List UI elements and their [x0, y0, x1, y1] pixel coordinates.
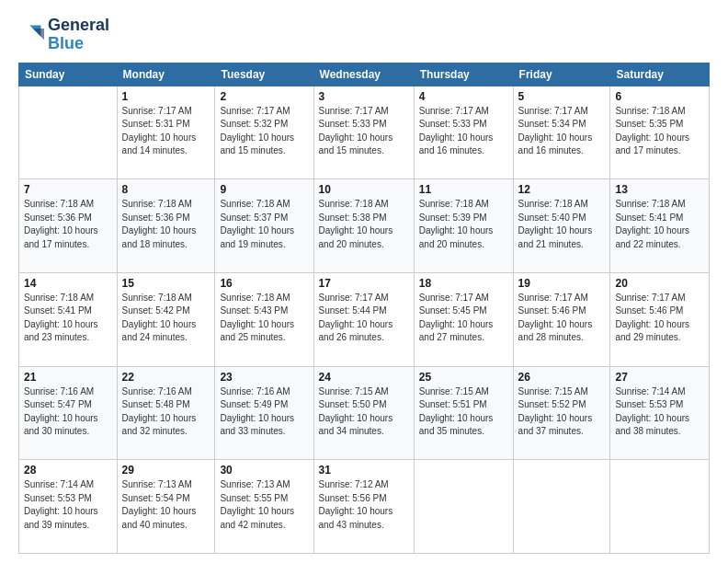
day-number: 21 — [24, 371, 112, 384]
day-number: 6 — [615, 90, 704, 103]
day-info: Sunrise: 7:17 AMSunset: 5:34 PMDaylight:… — [518, 105, 606, 158]
day-number: 18 — [419, 277, 508, 290]
calendar-cell: 18Sunrise: 7:17 AMSunset: 5:45 PMDayligh… — [414, 272, 513, 366]
day-info: Sunrise: 7:17 AMSunset: 5:32 PMDaylight:… — [220, 105, 308, 158]
day-info: Sunrise: 7:17 AMSunset: 5:44 PMDaylight:… — [319, 292, 409, 345]
calendar-cell: 9Sunrise: 7:18 AMSunset: 5:37 PMDaylight… — [215, 179, 313, 273]
day-info: Sunrise: 7:18 AMSunset: 5:43 PMDaylight:… — [220, 292, 308, 345]
calendar-cell: 20Sunrise: 7:17 AMSunset: 5:46 PMDayligh… — [610, 272, 710, 366]
day-info: Sunrise: 7:17 AMSunset: 5:31 PMDaylight:… — [122, 105, 210, 158]
day-number: 26 — [518, 371, 606, 384]
calendar-cell: 1Sunrise: 7:17 AMSunset: 5:31 PMDaylight… — [117, 86, 215, 179]
header-row: SundayMondayTuesdayWednesdayThursdayFrid… — [19, 63, 710, 86]
day-info: Sunrise: 7:15 AMSunset: 5:51 PMDaylight:… — [419, 385, 508, 439]
day-header-tuesday: Tuesday — [215, 63, 313, 86]
logo: General Blue — [18, 17, 109, 53]
day-info: Sunrise: 7:18 AMSunset: 5:40 PMDaylight:… — [518, 198, 606, 251]
day-info: Sunrise: 7:18 AMSunset: 5:42 PMDaylight:… — [122, 292, 210, 345]
calendar-cell: 2Sunrise: 7:17 AMSunset: 5:32 PMDaylight… — [215, 86, 313, 179]
day-number: 30 — [220, 464, 308, 477]
calendar-cell: 30Sunrise: 7:13 AMSunset: 5:55 PMDayligh… — [215, 460, 313, 554]
day-info: Sunrise: 7:13 AMSunset: 5:55 PMDaylight:… — [220, 478, 308, 532]
page: General Blue SundayMondayTuesdayWednesda… — [0, 0, 728, 563]
calendar-cell: 25Sunrise: 7:15 AMSunset: 5:51 PMDayligh… — [414, 366, 513, 460]
day-info: Sunrise: 7:15 AMSunset: 5:50 PMDaylight:… — [319, 385, 409, 439]
day-info: Sunrise: 7:14 AMSunset: 5:53 PMDaylight:… — [615, 385, 704, 439]
day-info: Sunrise: 7:16 AMSunset: 5:48 PMDaylight:… — [122, 385, 210, 439]
day-number: 9 — [220, 183, 308, 196]
day-number: 17 — [319, 277, 409, 290]
day-header-wednesday: Wednesday — [313, 63, 414, 86]
calendar-cell: 24Sunrise: 7:15 AMSunset: 5:50 PMDayligh… — [313, 366, 414, 460]
calendar-cell — [414, 460, 513, 554]
day-info: Sunrise: 7:15 AMSunset: 5:52 PMDaylight:… — [518, 385, 606, 439]
week-row-3: 21Sunrise: 7:16 AMSunset: 5:47 PMDayligh… — [19, 366, 710, 460]
day-info: Sunrise: 7:17 AMSunset: 5:46 PMDaylight:… — [518, 292, 606, 345]
calendar-cell: 19Sunrise: 7:17 AMSunset: 5:46 PMDayligh… — [513, 272, 610, 366]
day-number: 16 — [220, 277, 308, 290]
calendar-cell — [19, 86, 118, 179]
calendar-cell: 13Sunrise: 7:18 AMSunset: 5:41 PMDayligh… — [610, 179, 710, 273]
calendar-cell — [610, 460, 710, 554]
calendar-cell: 8Sunrise: 7:18 AMSunset: 5:36 PMDaylight… — [117, 179, 215, 273]
day-info: Sunrise: 7:13 AMSunset: 5:54 PMDaylight:… — [122, 478, 210, 532]
day-header-thursday: Thursday — [414, 63, 513, 86]
day-info: Sunrise: 7:16 AMSunset: 5:47 PMDaylight:… — [24, 385, 112, 439]
calendar-cell: 12Sunrise: 7:18 AMSunset: 5:40 PMDayligh… — [513, 179, 610, 273]
day-number: 14 — [24, 277, 112, 290]
calendar-cell: 14Sunrise: 7:18 AMSunset: 5:41 PMDayligh… — [19, 272, 118, 366]
day-number: 28 — [24, 464, 112, 477]
calendar-table: SundayMondayTuesdayWednesdayThursdayFrid… — [18, 63, 710, 554]
day-number: 1 — [122, 90, 210, 103]
day-info: Sunrise: 7:18 AMSunset: 5:38 PMDaylight:… — [319, 198, 409, 251]
day-info: Sunrise: 7:18 AMSunset: 5:37 PMDaylight:… — [220, 198, 308, 251]
day-number: 27 — [615, 371, 704, 384]
week-row-1: 7Sunrise: 7:18 AMSunset: 5:36 PMDaylight… — [19, 179, 710, 273]
day-info: Sunrise: 7:16 AMSunset: 5:49 PMDaylight:… — [220, 385, 308, 439]
day-number: 5 — [518, 90, 606, 103]
calendar-cell: 17Sunrise: 7:17 AMSunset: 5:44 PMDayligh… — [313, 272, 414, 366]
logo-icon — [18, 22, 44, 48]
week-row-0: 1Sunrise: 7:17 AMSunset: 5:31 PMDaylight… — [19, 86, 710, 179]
day-info: Sunrise: 7:18 AMSunset: 5:41 PMDaylight:… — [615, 198, 704, 251]
day-header-saturday: Saturday — [610, 63, 710, 86]
day-number: 31 — [319, 464, 409, 477]
day-number: 20 — [615, 277, 704, 290]
calendar-cell: 29Sunrise: 7:13 AMSunset: 5:54 PMDayligh… — [117, 460, 215, 554]
day-info: Sunrise: 7:17 AMSunset: 5:45 PMDaylight:… — [419, 292, 508, 345]
day-info: Sunrise: 7:17 AMSunset: 5:33 PMDaylight:… — [419, 105, 508, 158]
day-number: 24 — [319, 371, 409, 384]
calendar-cell: 27Sunrise: 7:14 AMSunset: 5:53 PMDayligh… — [610, 366, 710, 460]
calendar-cell: 21Sunrise: 7:16 AMSunset: 5:47 PMDayligh… — [19, 366, 118, 460]
day-number: 23 — [220, 371, 308, 384]
header: General Blue — [18, 17, 710, 53]
calendar-cell: 16Sunrise: 7:18 AMSunset: 5:43 PMDayligh… — [215, 272, 313, 366]
day-number: 3 — [319, 90, 409, 103]
day-info: Sunrise: 7:18 AMSunset: 5:36 PMDaylight:… — [122, 198, 210, 251]
week-row-2: 14Sunrise: 7:18 AMSunset: 5:41 PMDayligh… — [19, 272, 710, 366]
calendar-cell: 15Sunrise: 7:18 AMSunset: 5:42 PMDayligh… — [117, 272, 215, 366]
day-number: 11 — [419, 183, 508, 196]
day-number: 8 — [122, 183, 210, 196]
logo-text: General Blue — [48, 17, 109, 53]
calendar-cell: 23Sunrise: 7:16 AMSunset: 5:49 PMDayligh… — [215, 366, 313, 460]
week-row-4: 28Sunrise: 7:14 AMSunset: 5:53 PMDayligh… — [19, 460, 710, 554]
day-number: 19 — [518, 277, 606, 290]
calendar-cell: 7Sunrise: 7:18 AMSunset: 5:36 PMDaylight… — [19, 179, 118, 273]
day-number: 29 — [122, 464, 210, 477]
calendar-cell: 11Sunrise: 7:18 AMSunset: 5:39 PMDayligh… — [414, 179, 513, 273]
day-number: 22 — [122, 371, 210, 384]
calendar-cell: 22Sunrise: 7:16 AMSunset: 5:48 PMDayligh… — [117, 366, 215, 460]
calendar-cell: 26Sunrise: 7:15 AMSunset: 5:52 PMDayligh… — [513, 366, 610, 460]
day-header-monday: Monday — [117, 63, 215, 86]
day-number: 12 — [518, 183, 606, 196]
day-number: 10 — [319, 183, 409, 196]
calendar-cell: 4Sunrise: 7:17 AMSunset: 5:33 PMDaylight… — [414, 86, 513, 179]
day-info: Sunrise: 7:18 AMSunset: 5:39 PMDaylight:… — [419, 198, 508, 251]
day-number: 13 — [615, 183, 704, 196]
day-number: 2 — [220, 90, 308, 103]
calendar-cell: 6Sunrise: 7:18 AMSunset: 5:35 PMDaylight… — [610, 86, 710, 179]
day-number: 4 — [419, 90, 508, 103]
calendar-cell: 3Sunrise: 7:17 AMSunset: 5:33 PMDaylight… — [313, 86, 414, 179]
day-info: Sunrise: 7:12 AMSunset: 5:56 PMDaylight:… — [319, 478, 409, 532]
